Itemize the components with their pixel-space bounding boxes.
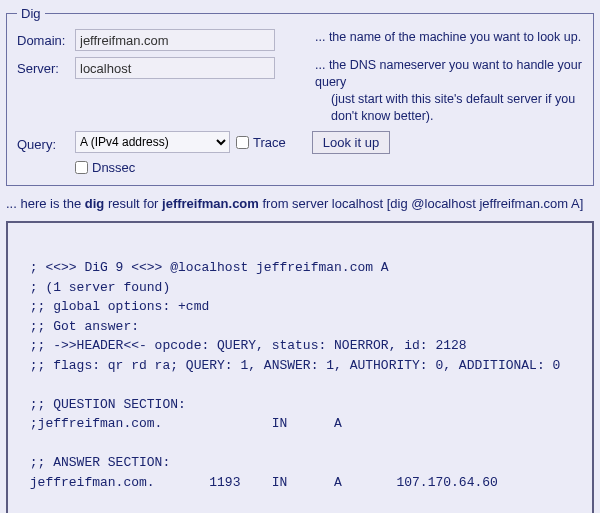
fieldset-legend: Dig [17,6,45,21]
query-type-select[interactable]: A (IPv4 address) [75,131,230,153]
server-input[interactable] [75,57,275,79]
domain-input[interactable] [75,29,275,51]
server-hint-2: (just start with this site's default ser… [315,91,583,125]
server-label: Server: [17,57,75,76]
query-label: Query: [17,133,75,152]
domain-hint: ... the name of the machine you want to … [315,29,583,46]
dig-fieldset: Dig Domain: ... the name of the machine … [6,6,594,186]
server-hint-1: ... the DNS nameserver you want to handl… [315,57,583,91]
trace-label: Trace [253,135,286,150]
dnssec-checkbox[interactable] [75,161,88,174]
trace-checkbox[interactable] [236,136,249,149]
lookup-button[interactable]: Look it up [312,131,390,154]
domain-label: Domain: [17,29,75,48]
result-heading: ... here is the dig result for jeffreifm… [6,196,594,211]
dig-output: ; <<>> DiG 9 <<>> @localhost jeffreifman… [6,221,594,514]
dnssec-label: Dnssec [92,160,135,175]
